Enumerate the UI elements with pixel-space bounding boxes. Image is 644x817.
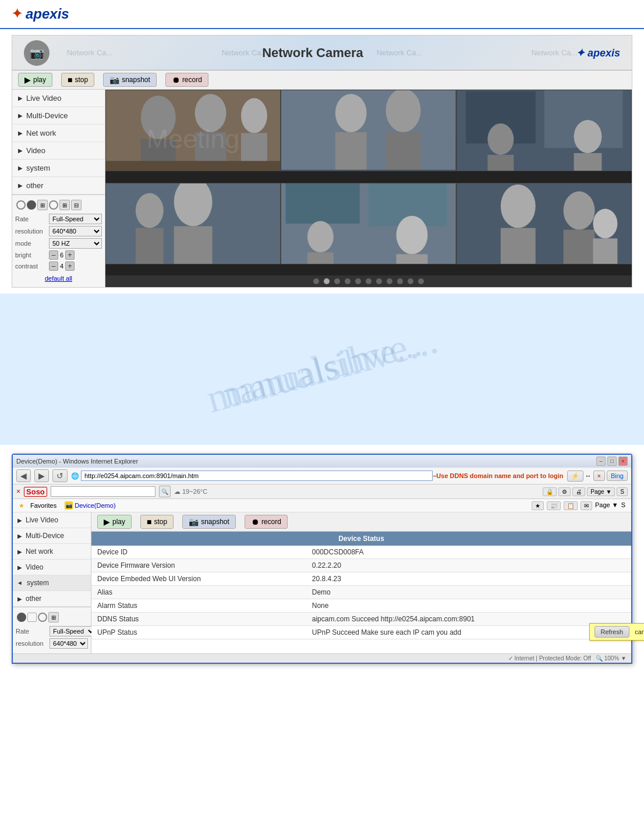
bottom-sidebar-label-multi: Multi-Device [26, 532, 64, 540]
nav-dot-8[interactable] [387, 278, 392, 284]
bottom-grid-icon[interactable]: ⊞ [48, 612, 59, 623]
ie-zoom: 🔍 100% ▼ [596, 655, 627, 662]
contrast-decrease[interactable]: – [49, 261, 58, 271]
page-menu-button[interactable]: Page ▼ [587, 487, 615, 496]
nav-dot-6[interactable] [366, 278, 371, 284]
search-bing-button[interactable]: Bing [607, 471, 628, 481]
address-go-button[interactable]: ⚡ [567, 471, 583, 482]
nav-dot-2[interactable] [324, 278, 330, 284]
resolution-select[interactable]: 640*480 320*240 1280*960 [49, 226, 102, 236]
bottom-sidebar-multi-device[interactable]: ▶ Multi-Device [13, 528, 91, 544]
refresh-browser-button[interactable]: ↺ [52, 469, 68, 482]
nav-dot-7[interactable] [376, 278, 382, 284]
nav-dot-3[interactable] [334, 278, 340, 284]
address-icon: 🌐 [71, 472, 79, 480]
rate-select[interactable]: Full-Speed Half-Speed Quarter [49, 214, 102, 224]
svg-point-38 [563, 191, 595, 229]
bottom-sidebar-video[interactable]: ▶ Video [13, 560, 91, 575]
bottom-square-icon[interactable] [27, 613, 37, 622]
bottom-circle-2[interactable] [38, 613, 47, 622]
nav-dot-4[interactable] [345, 278, 351, 284]
tools-button[interactable]: ⚙ [558, 487, 571, 496]
bottom-record-button[interactable]: ⏺ record [245, 515, 288, 529]
svg-rect-7 [106, 161, 280, 171]
bottom-snapshot-button[interactable]: 📷 snapshot [182, 515, 236, 529]
bottom-circle-1[interactable] [17, 613, 26, 622]
default-all-button[interactable]: default all [15, 273, 102, 284]
bottom-sidebar-network[interactable]: ▶ Net work [13, 544, 91, 560]
page-controls: 🔒 ⚙ 🖨 Page ▼ S [543, 487, 628, 496]
table-row-alias: Alias Demo [91, 586, 631, 599]
grid-icon-3[interactable]: ⊟ [71, 200, 82, 210]
nav-dot-11[interactable] [418, 278, 424, 284]
table-row-firmware: Device Firmware Version 0.22.2.20 [91, 559, 631, 572]
mode-select[interactable]: 50 HZ 60 HZ [49, 238, 102, 249]
bright-increase[interactable]: + [65, 250, 75, 260]
nav-dot-5[interactable] [355, 278, 361, 284]
record-label: record [182, 76, 202, 84]
soso-close-button[interactable]: × [16, 487, 20, 496]
favorites-star-icon: ★ [19, 502, 24, 510]
refresh-button[interactable]: Refresh [595, 626, 630, 638]
maximize-button[interactable]: □ [607, 457, 617, 466]
bottom-play-button[interactable]: ▶ play [97, 515, 132, 529]
ddns-value: aipcam.com Succeed http://e0254.aipcam.c… [306, 613, 631, 626]
ie-star-button[interactable]: ★ [532, 501, 544, 510]
settings-menu-button[interactable]: S [617, 487, 628, 496]
circle-icon-2[interactable] [27, 200, 36, 210]
table-row-upnp: UPnP Status UPnP Succeed Make sure each … [91, 626, 631, 639]
arrow-icon-live: ▶ [18, 95, 23, 101]
nav-dot-1[interactable] [313, 278, 319, 284]
bottom-record-icon: ⏺ [251, 517, 259, 526]
circle-icon-3[interactable] [49, 200, 58, 210]
bottom-stop-button[interactable]: ■ stop [140, 515, 174, 529]
address-input[interactable] [81, 471, 433, 481]
bottom-sidebar-system[interactable]: ▼ system [13, 575, 91, 591]
bottom-sidebar-other[interactable]: ▶ other [13, 591, 91, 607]
sidebar-item-live-video[interactable]: ▶ Live Video [12, 90, 105, 107]
circle-icon-1[interactable] [16, 200, 26, 210]
close-button[interactable]: × [618, 457, 628, 466]
bright-value: 6 [60, 252, 63, 259]
safety-button[interactable]: 🔒 [543, 487, 557, 496]
sidebar-label-video: Video [26, 146, 45, 155]
sidebar-item-video[interactable]: ▶ Video [12, 142, 105, 160]
ie-history-button[interactable]: 📋 [564, 501, 578, 510]
svg-point-40 [593, 208, 617, 238]
bottom-rate-label: Rate [16, 628, 48, 635]
grid-icon-1[interactable]: ⊞ [37, 200, 48, 210]
bottom-rate-select[interactable]: Full-Speed Half-Speed [49, 626, 96, 636]
sidebar-label-system: system [26, 164, 50, 172]
minimize-button[interactable]: – [596, 457, 606, 466]
sidebar-item-other[interactable]: ▶ other [12, 177, 105, 194]
bright-decrease[interactable]: – [49, 250, 58, 260]
browser-titlebar: Device(Demo) - Windows Internet Explorer… [13, 455, 631, 468]
snapshot-button[interactable]: 📷 snapshot [103, 73, 157, 87]
sidebar-item-network[interactable]: ▶ Net work [12, 125, 105, 142]
ie-mail-button[interactable]: ✉ [581, 501, 592, 510]
favorites-device-demo[interactable]: 📷 Device(Demo) [62, 500, 118, 511]
bottom-sidebar-live-video[interactable]: ▶ Live Video [13, 512, 91, 528]
back-button[interactable]: ◀ [16, 469, 31, 482]
print-button[interactable]: 🖨 [572, 487, 585, 496]
sidebar-item-system[interactable]: ▶ system [12, 160, 105, 177]
play-button[interactable]: ▶ play [18, 73, 52, 87]
ddns-label: DDNS Status [91, 613, 306, 626]
nav-dot-9[interactable] [397, 278, 403, 284]
sidebar-item-multi-device[interactable]: ▶ Multi-Device [12, 107, 105, 125]
stop-button[interactable]: ■ stop [61, 73, 94, 87]
contrast-increase[interactable]: + [65, 261, 75, 271]
video-cell-2 [281, 90, 456, 171]
bottom-resolution-select[interactable]: 640*480 320*240 [49, 638, 88, 649]
ie-feed-button[interactable]: 📰 [547, 501, 561, 510]
device-id-value: 000DCSD008FA [306, 546, 631, 559]
record-button[interactable]: ⏺ record [165, 73, 208, 87]
address-close-button[interactable]: × [593, 471, 605, 481]
soso-search-button[interactable]: 🔍 [159, 486, 171, 497]
bottom-stop-label: stop [154, 518, 167, 526]
grid-icon-2[interactable]: ⊞ [59, 200, 70, 210]
nav-dot-10[interactable] [408, 278, 413, 284]
soso-search-input[interactable] [51, 486, 155, 497]
bottom-snapshot-label: snapshot [201, 518, 229, 526]
forward-button[interactable]: ▶ [34, 469, 49, 482]
